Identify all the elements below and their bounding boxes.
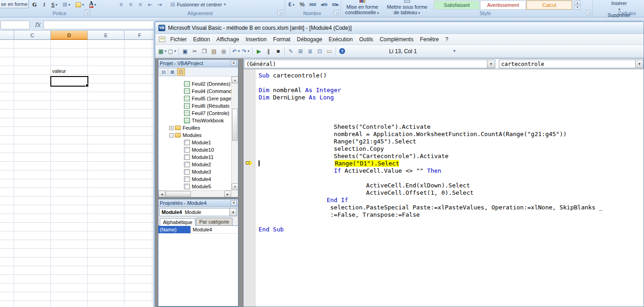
name-box[interactable] <box>0 21 30 29</box>
scroll-left-icon[interactable]: ◀ <box>158 191 165 197</box>
tree-item-module11[interactable]: Module11 <box>158 154 231 161</box>
run-icon[interactable]: ▶ <box>254 47 263 55</box>
insert-function-icon[interactable]: fx <box>35 21 40 28</box>
view-code-button[interactable]: ▤ <box>160 68 168 76</box>
object-combobox[interactable]: (Général) ▼ <box>244 60 495 68</box>
merge-center-button[interactable]: ⊟ Fusionner et centrer ▼ <box>168 0 228 9</box>
number-dialog-launcher[interactable]: ↘ <box>334 10 339 15</box>
tree-item-feuil5-1ere-page[interactable]: Feuil5 (1ere page <box>158 95 231 102</box>
scroll-up-icon[interactable]: ▲ <box>232 77 238 83</box>
tree-item-module2[interactable]: Module2 <box>158 161 231 168</box>
align-center-button[interactable]: ≡ <box>127 0 135 9</box>
horizontal-scrollbar[interactable]: ◀ ▶ <box>158 190 231 197</box>
cell-style-avertissement[interactable]: Avertissement <box>480 0 526 10</box>
font-color-button[interactable]: A▼ <box>88 0 98 9</box>
toolbar-options-icon[interactable]: ▼ <box>453 49 456 53</box>
tree-item-module3[interactable]: Module3 <box>158 168 231 175</box>
tree-item-feuil6-r-sultats[interactable]: Feuil6 (Résultats <box>158 102 231 110</box>
scrollbar-thumb[interactable] <box>166 191 191 197</box>
tree-item-modules[interactable]: -Modules <box>158 132 231 139</box>
properties-window-icon[interactable]: ≣ <box>306 47 314 55</box>
menu-ex-cution[interactable]: Exécution <box>325 35 356 44</box>
reset-icon[interactable]: ■ <box>274 47 282 55</box>
formula-input[interactable] <box>43 21 155 29</box>
menu-item[interactable]: ? <box>442 35 452 44</box>
cut-icon[interactable]: ✂ <box>190 47 199 55</box>
undo-icon[interactable]: ↶▼ <box>232 47 241 55</box>
object-browser-icon[interactable]: ⊡ <box>315 47 324 55</box>
menu-insertion[interactable]: Insertion <box>243 35 270 44</box>
vbe-titlebar[interactable]: VB Microsoft Visual Basic - méthode B en… <box>155 22 644 34</box>
gallery-up-icon[interactable]: ▲ <box>574 0 580 5</box>
tree-item-feuil2-donn-es[interactable]: Feuil2 (Données) <box>158 80 231 88</box>
tree-item-feuil7-controle[interactable]: Feuil7 (Controle) <box>158 110 231 117</box>
alignment-dialog-launcher[interactable]: ↘ <box>277 10 282 15</box>
scroll-down-icon[interactable]: ▼ <box>232 183 238 190</box>
column-header-c[interactable]: C <box>14 31 51 40</box>
selected-cell[interactable] <box>50 76 88 87</box>
underline-button[interactable]: S▼ <box>50 0 60 9</box>
insert-userform-icon[interactable]: ▢▼ <box>168 47 177 55</box>
decrease-indent-button[interactable]: ⇤ <box>146 0 154 9</box>
decrease-decimal-button[interactable]: 00▸ <box>330 0 340 9</box>
align-right-button[interactable]: ≡ <box>136 0 144 9</box>
code-editor[interactable]: Sub cartecontrole()Dim nombreAl As Integ… <box>255 69 644 307</box>
tree-item-thisworkbook[interactable]: ThisWorkbook <box>158 117 231 124</box>
expand-icon[interactable]: + <box>169 126 173 130</box>
property-value-cell[interactable]: Module4 <box>190 226 238 233</box>
column-header-d-selected[interactable]: D <box>51 31 88 40</box>
menu-format[interactable]: Format <box>270 35 294 44</box>
cell-style-calcul[interactable]: Calcul <box>526 0 572 10</box>
fill-color-button[interactable]: ▼ <box>74 0 86 9</box>
tree-item-module5[interactable]: Module5 <box>158 183 231 190</box>
break-icon[interactable]: ∥ <box>264 47 273 55</box>
toolbox-icon[interactable]: ▭ <box>325 47 334 55</box>
scrollbar-thumb[interactable] <box>232 109 238 141</box>
procedure-combobox[interactable]: cartecontrole ▼ <box>499 60 644 68</box>
help-icon[interactable]: ? <box>338 47 346 55</box>
menu-compl-ments[interactable]: Compléments <box>376 35 417 44</box>
tree-item-feuilles[interactable]: +Feuilles <box>158 124 231 132</box>
menu-outils[interactable]: Outils <box>356 35 377 44</box>
tree-item-feuil4-command[interactable]: Feuil4 (Command <box>158 88 231 95</box>
tree-item-module1[interactable]: Module1 <box>158 139 231 146</box>
conditional-formatting-button[interactable]: Mise en forme conditionnelle▼ <box>342 0 383 17</box>
bold-button[interactable]: G <box>31 0 38 9</box>
format-as-table-button[interactable]: Mettre sous forme de tableau▼ <box>384 0 431 17</box>
object-selector-combobox[interactable]: Module4 Module ▼ <box>159 208 237 216</box>
align-left-button[interactable]: ≡ <box>117 0 125 9</box>
thousands-button[interactable]: 000 <box>308 0 318 9</box>
vertical-scrollbar[interactable]: ▲ ▼ <box>231 77 238 190</box>
breakpoint-margin[interactable] <box>244 69 255 307</box>
menu-fen-tre[interactable]: Fenêtre <box>417 35 442 44</box>
view-excel-icon[interactable]: ▦▼ <box>158 47 167 55</box>
font-dialog-launcher[interactable]: ↘ <box>84 10 89 15</box>
close-icon[interactable]: ✕ <box>231 60 237 66</box>
increase-decimal-button[interactable]: ◂00 <box>319 0 329 9</box>
copy-icon[interactable]: ❐ <box>200 47 209 55</box>
project-panel-header[interactable]: Projet - VBAProject ✕ <box>158 60 238 67</box>
toggle-folders-button[interactable]: ◰ <box>177 68 185 76</box>
tree-item-module4[interactable]: Module4 <box>158 175 231 183</box>
view-object-button[interactable]: ▦ <box>168 68 176 76</box>
spreadsheet-grid[interactable]: valeur <box>0 40 155 307</box>
tab-categorized[interactable]: Par catégorie <box>196 218 232 225</box>
column-header-partial[interactable] <box>0 31 14 40</box>
borders-button[interactable]: ⊞▼ <box>61 0 72 9</box>
cell-style-satisfaisant[interactable]: Satisfaisant <box>434 0 480 10</box>
menu-affichage[interactable]: Affichage <box>213 35 243 44</box>
collapse-icon[interactable]: - <box>169 133 173 137</box>
menu-d-bogage[interactable]: Débogage <box>294 35 325 44</box>
percent-button[interactable]: % <box>298 0 306 9</box>
column-header-f[interactable]: F <box>124 31 155 40</box>
tab-alphabetic[interactable]: Alphabétique <box>160 218 195 226</box>
scroll-right-icon[interactable]: ▶ <box>224 191 231 197</box>
find-icon[interactable]: ◎ <box>219 47 228 55</box>
gallery-down-icon[interactable]: ▼ <box>574 5 580 10</box>
accounting-format-button[interactable]: €▼ <box>287 0 297 9</box>
close-icon[interactable]: ✕ <box>231 200 237 206</box>
design-mode-icon[interactable]: ✎ <box>287 47 295 55</box>
menu-edition[interactable]: Edition <box>190 35 213 44</box>
italic-button[interactable]: I <box>40 0 48 9</box>
style-dialog-launcher[interactable]: ↘ <box>586 10 591 15</box>
